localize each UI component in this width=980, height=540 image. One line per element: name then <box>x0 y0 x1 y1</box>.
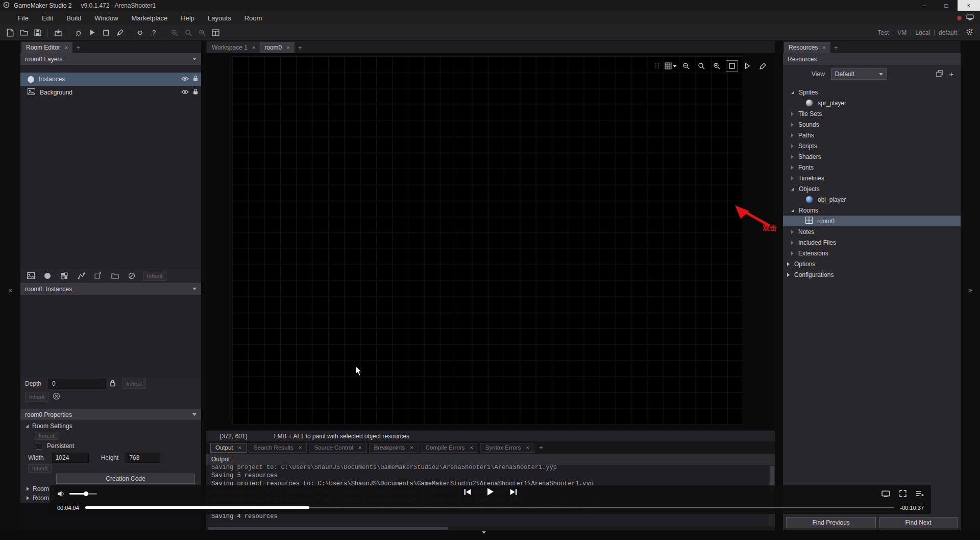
add-workspace-tab-button[interactable]: + <box>295 42 306 53</box>
tab-resources[interactable]: Resources × <box>784 42 830 53</box>
new-background-layer-icon[interactable] <box>24 270 37 281</box>
lock-icon[interactable] <box>110 380 115 388</box>
output-horizontal-scrollbar[interactable] <box>206 526 775 530</box>
zoom-out-icon[interactable] <box>167 26 181 39</box>
open-project-icon[interactable] <box>17 26 31 39</box>
new-asset-layer-icon[interactable] <box>92 270 104 281</box>
zoom-in-icon[interactable] <box>195 26 209 39</box>
tree-group-rooms[interactable]: Rooms <box>783 205 961 216</box>
play-icon[interactable] <box>487 487 495 496</box>
close-icon[interactable]: × <box>238 444 241 451</box>
new-project-icon[interactable] <box>3 26 17 39</box>
close-icon[interactable]: × <box>410 444 413 451</box>
save-project-icon[interactable] <box>31 26 44 39</box>
close-button[interactable]: × <box>958 0 980 11</box>
layers-header[interactable]: room0 Layers <box>20 53 201 65</box>
zoom-reset-icon[interactable] <box>181 26 195 39</box>
height-input[interactable] <box>126 453 160 463</box>
volume-slider[interactable] <box>69 493 97 495</box>
lock-icon[interactable] <box>193 75 198 83</box>
instances-section-header[interactable]: room0: Instances <box>20 283 201 295</box>
drag-handle-icon[interactable] <box>655 63 659 68</box>
fullscreen-icon[interactable] <box>899 490 906 497</box>
clear-inherit-icon[interactable] <box>53 392 60 402</box>
run-icon[interactable] <box>85 26 99 39</box>
tab-search-results[interactable]: Search Results × <box>249 443 307 453</box>
room-grid[interactable] <box>232 56 743 425</box>
view-dropdown[interactable]: Default <box>831 68 887 80</box>
add-view-icon[interactable]: + <box>949 70 953 78</box>
eye-icon[interactable] <box>181 89 189 96</box>
duplicate-view-icon[interactable] <box>936 70 943 79</box>
menu-edit[interactable]: Edit <box>35 11 60 25</box>
tree-group-extensions[interactable]: Extensions <box>783 248 961 259</box>
room-canvas[interactable] <box>206 53 775 430</box>
next-track-icon[interactable] <box>510 488 518 496</box>
inherit-button[interactable]: Inherit <box>25 392 48 402</box>
add-tab-button[interactable]: + <box>72 42 84 53</box>
tree-group-options[interactable]: Options <box>783 259 961 269</box>
tab-workspace-1[interactable]: Workspace 1 × <box>207 42 260 53</box>
seek-bar[interactable] <box>85 506 894 509</box>
tab-breakpoints[interactable]: Breakpoints × <box>369 443 419 453</box>
tab-source-control[interactable]: Source Control × <box>309 443 366 453</box>
tab-syntax-errors[interactable]: Syntax Errors × <box>480 443 534 453</box>
new-folder-icon[interactable] <box>109 270 121 281</box>
volume-knob[interactable] <box>84 491 88 496</box>
tab-compile-errors[interactable]: Compile Errors × <box>421 443 478 453</box>
close-icon[interactable]: × <box>252 44 255 51</box>
close-icon[interactable]: × <box>65 44 68 51</box>
previous-track-icon[interactable] <box>464 488 472 496</box>
close-icon[interactable]: × <box>822 44 825 51</box>
layer-row-background[interactable]: Background <box>20 86 201 99</box>
add-resources-tab-button[interactable]: + <box>830 42 842 53</box>
new-path-layer-icon[interactable] <box>75 270 87 281</box>
target-config[interactable]: Test <box>877 29 889 36</box>
width-input[interactable] <box>52 453 89 463</box>
layer-row-instances[interactable]: Instances <box>20 73 201 86</box>
canvas-play-icon[interactable] <box>741 60 753 72</box>
tree-group-shaders[interactable]: Shaders <box>783 151 961 162</box>
persistent-checkbox[interactable] <box>36 443 42 450</box>
add-output-tab-button[interactable]: + <box>536 443 546 452</box>
tree-group-notes[interactable]: Notes <box>783 226 961 237</box>
fit-view-toggle-icon[interactable] <box>726 60 738 72</box>
room-settings-row[interactable]: Room Settings <box>20 421 201 431</box>
tree-group-fonts[interactable]: Fonts <box>783 162 961 173</box>
delete-layer-icon[interactable] <box>126 270 138 281</box>
collapse-right-icon[interactable]: » <box>961 286 980 294</box>
lock-icon[interactable] <box>193 88 198 97</box>
collapse-left-icon[interactable]: « <box>0 286 20 294</box>
depth-inherit-button[interactable]: Inherit <box>122 379 146 389</box>
new-instance-layer-icon[interactable] <box>41 270 54 281</box>
menu-room[interactable]: Room <box>238 11 269 25</box>
layout-windows-icon[interactable] <box>209 26 223 39</box>
minimize-button[interactable]: – <box>913 0 935 11</box>
target-manager-gear-icon[interactable] <box>965 28 974 38</box>
grid-settings-icon[interactable] <box>665 60 677 72</box>
close-icon[interactable]: × <box>526 444 529 451</box>
tree-group-objects[interactable]: Objects <box>783 183 961 194</box>
tree-item-spr-player[interactable]: spr_player <box>783 98 961 108</box>
output-collapse-chevron-icon[interactable] <box>482 531 486 534</box>
close-icon[interactable]: × <box>299 444 302 451</box>
target-device[interactable]: Local <box>915 29 930 36</box>
tree-group-scripts[interactable]: Scripts <box>783 140 961 151</box>
menu-marketplace[interactable]: Marketplace <box>125 11 175 25</box>
tree-group-sounds[interactable]: Sounds <box>783 119 961 130</box>
menu-help[interactable]: Help <box>174 11 201 25</box>
tab-room0[interactable]: room0 × <box>260 42 294 53</box>
tree-group-included-files[interactable]: Included Files <box>783 237 961 248</box>
canvas-zoom-reset-icon[interactable] <box>695 60 707 72</box>
debug-icon[interactable] <box>71 26 85 39</box>
maximize-button[interactable]: □ <box>935 0 958 11</box>
tree-group-tile-sets[interactable]: Tile Sets <box>783 108 961 119</box>
tree-group-configurations[interactable]: Configurations <box>783 269 961 280</box>
menu-layouts[interactable]: Layouts <box>201 11 238 25</box>
creation-code-button[interactable]: Creation Code <box>56 474 195 484</box>
paint-mode-icon[interactable] <box>756 60 769 72</box>
export-icon[interactable] <box>51 26 65 39</box>
menu-file[interactable]: File <box>11 11 35 25</box>
menu-window[interactable]: Window <box>88 11 125 25</box>
target-runtime[interactable]: VM <box>897 29 906 36</box>
